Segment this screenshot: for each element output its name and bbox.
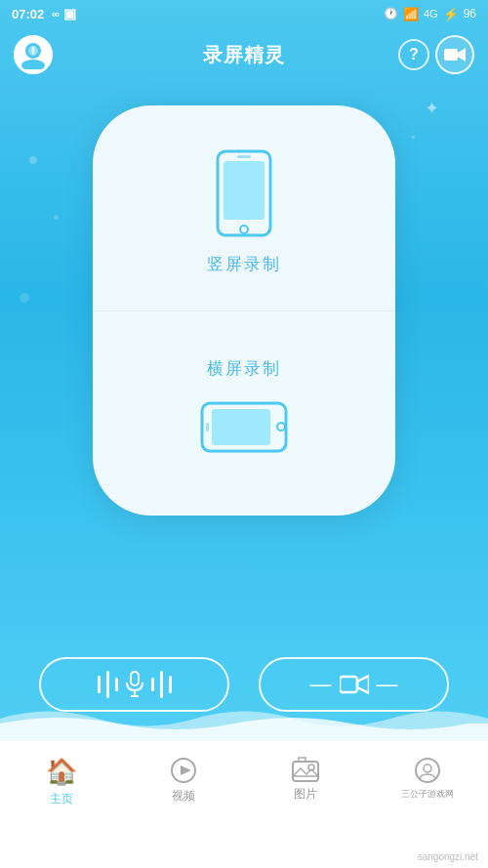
svg-rect-3 [444, 49, 458, 61]
wave-bar-1 [98, 676, 101, 693]
status-bar: 07:02 ∞ ▣ 🕐 📶 4G ⚡ 96 [0, 0, 488, 27]
nav-item-video[interactable]: 视频 [122, 751, 244, 805]
status-wifi-icon: 📶 [403, 7, 419, 21]
bottom-nav: 🏠 主页 视频 图片 三公子游戏网 [0, 741, 488, 868]
camera-button[interactable] [435, 35, 474, 74]
svg-marker-21 [293, 768, 318, 776]
app-logo[interactable] [14, 35, 53, 74]
status-co: ∞ [52, 8, 60, 20]
nav-item-external[interactable]: 三公子游戏网 [366, 751, 488, 801]
svg-rect-8 [237, 155, 251, 158]
video-nav-icon [170, 757, 197, 784]
vertical-recording-option[interactable]: 竖屏录制 [93, 105, 395, 311]
svg-rect-12 [206, 423, 209, 432]
svg-rect-20 [293, 762, 318, 781]
status-clock-icon: 🕐 [384, 7, 398, 21]
wave-bar-6 [169, 676, 172, 693]
vertical-label: 竖屏录制 [207, 253, 281, 275]
svg-rect-6 [224, 161, 264, 220]
app-title: 录屏精灵 [203, 42, 285, 68]
nav-item-home[interactable]: 🏠 主页 [0, 751, 122, 807]
status-battery-level: 96 [464, 7, 476, 21]
svg-rect-16 [340, 677, 357, 692]
horizontal-phone-icon [200, 395, 288, 459]
svg-point-7 [240, 226, 248, 233]
status-time: 07:02 [12, 7, 44, 21]
wave-bar-4 [151, 678, 154, 691]
watermark: sangongzi.net [418, 851, 478, 862]
horizontal-label: 横屏录制 [207, 357, 281, 380]
nav-item-photos[interactable]: 图片 [244, 751, 366, 803]
svg-rect-10 [212, 409, 270, 445]
svg-point-11 [277, 423, 285, 431]
recording-card: 竖屏录制 横屏录制 [93, 105, 395, 516]
horizontal-recording-option[interactable]: 横屏录制 [93, 311, 395, 517]
header: 录屏精灵 ? [0, 27, 488, 82]
nav-label-home: 主页 [50, 791, 73, 807]
nav-label-photos: 图片 [294, 786, 317, 803]
wave-bar-3 [115, 678, 118, 691]
help-button[interactable]: ? [398, 39, 429, 70]
video-icon [340, 674, 369, 695]
status-icon-box: ▣ [63, 6, 76, 21]
nav-label-video: 视频 [172, 788, 195, 805]
svg-marker-19 [181, 765, 191, 775]
external-icon [414, 757, 441, 784]
svg-marker-4 [458, 48, 466, 62]
vertical-phone-icon [210, 149, 278, 237]
status-battery-icon: ⚡ [443, 7, 459, 21]
home-icon: 🏠 [46, 757, 77, 787]
svg-rect-13 [131, 672, 139, 685]
nav-label-external: 三公子游戏网 [401, 788, 454, 801]
photos-nav-icon [292, 757, 319, 782]
svg-marker-17 [357, 676, 369, 693]
svg-point-1 [21, 60, 45, 69]
svg-point-24 [424, 765, 431, 772]
wave-decoration [0, 694, 488, 743]
status-signal-icon: 4G [424, 8, 438, 20]
